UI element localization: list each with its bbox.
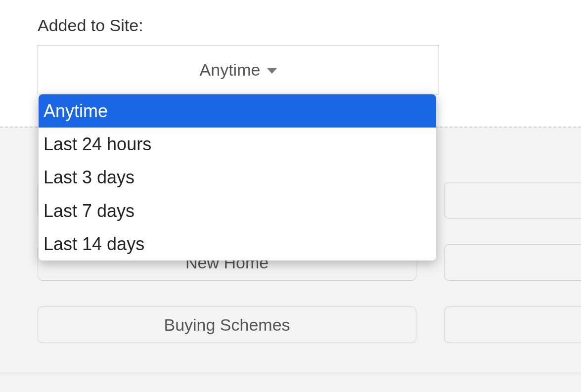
- option-anytime[interactable]: Anytime: [39, 94, 436, 128]
- option-last-24-hours[interactable]: Last 24 hours: [39, 128, 436, 161]
- added-to-site-menu: Anytime Last 24 hours Last 3 days Last 7…: [39, 94, 436, 261]
- option-last-14-days[interactable]: Last 14 days: [39, 227, 436, 261]
- added-to-site-label: Added to Site:: [38, 16, 581, 35]
- filter-button-buying-schemes[interactable]: Buying Schemes: [38, 306, 416, 343]
- added-to-site-selected-value: Anytime: [200, 60, 261, 80]
- option-last-7-days[interactable]: Last 7 days: [39, 194, 436, 227]
- filter-button-3-right[interactable]: [444, 306, 581, 343]
- added-to-site-dropdown[interactable]: Anytime: [38, 45, 439, 94]
- filter-button-1-right[interactable]: [444, 182, 581, 218]
- caret-down-icon: [267, 68, 277, 74]
- option-last-3-days[interactable]: Last 3 days: [39, 161, 436, 194]
- filter-button-2-right[interactable]: [444, 244, 581, 281]
- bottom-divider: [0, 373, 581, 373]
